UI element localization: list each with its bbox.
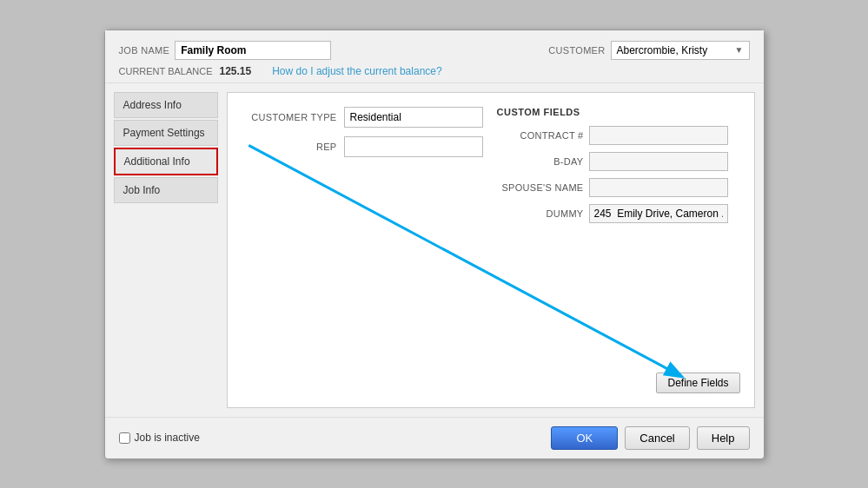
adjust-balance-link[interactable]: How do I adjust the current balance?: [272, 65, 441, 77]
header-right: CUSTOMER Abercrombie, Kristy ▼: [548, 41, 749, 60]
cancel-button[interactable]: Cancel: [625, 426, 689, 450]
help-button[interactable]: Help: [697, 426, 750, 450]
header-row1: JOB NAME CUSTOMER Abercrombie, Kristy ▼: [119, 41, 750, 60]
footer-right: OK Cancel Help: [551, 426, 749, 450]
cf-bday-input[interactable]: [589, 152, 728, 171]
cf-spouses-name-input[interactable]: [589, 178, 728, 197]
main-content: CUSTOMER TYPE Residential Commercial Ind…: [227, 92, 755, 408]
rep-label: REP: [242, 142, 337, 152]
balance-value: 125.15: [220, 65, 252, 77]
cf-row-bday: B-DAY: [497, 152, 740, 171]
customer-select-wrapper: Abercrombie, Kristy ▼: [611, 41, 750, 60]
header-left: JOB NAME: [119, 41, 332, 60]
sidebar-item-job-info[interactable]: Job Info: [114, 177, 218, 203]
customer-dropdown[interactable]: Abercrombie, Kristy ▼: [611, 41, 750, 60]
sidebar: Address Info Payment Settings Additional…: [114, 92, 218, 408]
customer-dropdown-arrow: ▼: [735, 45, 744, 55]
cf-dummy-input[interactable]: [589, 204, 728, 223]
balance-label: CURRENT BALANCE: [119, 66, 213, 76]
cf-dummy-label: DUMMY: [497, 208, 584, 219]
dialog-body: Address Info Payment Settings Additional…: [105, 83, 764, 417]
ok-button[interactable]: OK: [551, 426, 618, 450]
customer-type-select[interactable]: Residential Commercial Industrial: [344, 107, 483, 128]
define-fields-button[interactable]: Define Fields: [656, 373, 739, 393]
dialog-footer: Job is inactive OK Cancel Help: [105, 417, 764, 458]
customer-type-label: CUSTOMER TYPE: [242, 112, 337, 122]
dialog-header: JOB NAME CUSTOMER Abercrombie, Kristy ▼ …: [105, 30, 764, 83]
customer-value: Abercrombie, Kristy: [617, 44, 708, 56]
custom-fields-panel: CUSTOM FIELDS CONTRACT # B-DAY SPOUSE'S …: [497, 107, 740, 393]
cf-contract-label: CONTRACT #: [497, 130, 584, 141]
sidebar-item-address-info[interactable]: Address Info: [114, 92, 218, 118]
header-row2: CURRENT BALANCE 125.15 How do I adjust t…: [119, 65, 750, 77]
main-dialog: JOB NAME CUSTOMER Abercrombie, Kristy ▼ …: [104, 30, 765, 459]
footer-left: Job is inactive: [119, 432, 200, 444]
job-name-label: JOB NAME: [119, 45, 170, 56]
cf-spouses-name-label: SPOUSE'S NAME: [497, 182, 584, 193]
cf-row-dummy: DUMMY: [497, 204, 740, 223]
sidebar-item-additional-info[interactable]: Additional Info: [114, 148, 218, 175]
rep-select[interactable]: [344, 136, 483, 157]
rep-row: REP: [242, 136, 483, 157]
cf-row-contract: CONTRACT #: [497, 126, 740, 145]
customer-label: CUSTOMER: [548, 45, 605, 56]
job-name-input[interactable]: [175, 41, 331, 60]
custom-fields-label: CUSTOM FIELDS: [497, 107, 740, 117]
form-section: CUSTOMER TYPE Residential Commercial Ind…: [242, 107, 483, 393]
job-inactive-checkbox[interactable]: [119, 432, 130, 444]
cf-bday-label: B-DAY: [497, 156, 584, 167]
customer-type-row: CUSTOMER TYPE Residential Commercial Ind…: [242, 107, 483, 128]
job-inactive-label[interactable]: Job is inactive: [119, 432, 200, 444]
sidebar-item-payment-settings[interactable]: Payment Settings: [114, 120, 218, 146]
cf-row-spouses-name: SPOUSE'S NAME: [497, 178, 740, 197]
content-panels: CUSTOMER TYPE Residential Commercial Ind…: [242, 107, 740, 393]
cf-contract-input[interactable]: [589, 126, 728, 145]
